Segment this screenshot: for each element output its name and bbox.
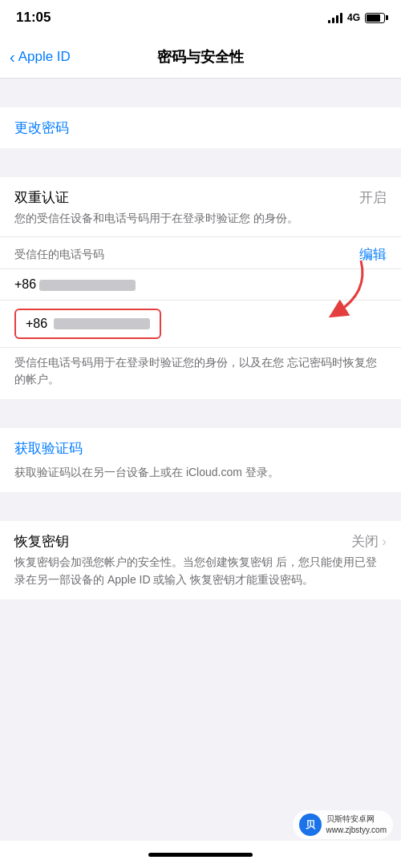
recovery-status-row: 关闭 ›	[351, 532, 387, 551]
watermark-text: 贝斯特安卓网www.zjbstyy.com	[326, 813, 387, 836]
nav-bar: ‹ Apple ID 密码与安全性	[0, 35, 401, 79]
change-password-label: 更改密码	[14, 120, 69, 135]
two-factor-header: 双重认证 开启	[0, 177, 401, 210]
signal-icon	[328, 12, 342, 23]
recovery-key-title: 恢复密钥	[14, 532, 69, 551]
recovery-key-section: 恢复密钥 关闭 › 恢复密钥会加强您帐户的安全性。当您创建恢复密钥 后，您只能使…	[0, 521, 401, 600]
get-verification-header[interactable]: 获取验证码	[0, 428, 401, 461]
watermark: 贝 贝斯特安卓网www.zjbstyy.com	[293, 810, 393, 839]
phone-number-blur-2	[54, 318, 150, 329]
status-time: 11:05	[16, 10, 51, 26]
change-password-section: 更改密码	[0, 107, 401, 148]
back-button[interactable]: ‹ Apple ID	[10, 49, 71, 65]
chevron-left-icon: ‹	[10, 49, 15, 65]
phone-number-1: +86	[14, 277, 136, 291]
back-label: Apple ID	[18, 49, 71, 65]
page-title: 密码与安全性	[157, 47, 244, 67]
phone-number-2: +86	[26, 317, 47, 331]
two-factor-section: 双重认证 开启 您的受信任设备和电话号码用于在登录时验证您 的身份。 受信任的电…	[0, 177, 401, 399]
change-password-row[interactable]: 更改密码	[0, 107, 401, 148]
phone-footer-text: 受信任电话号码用于在登录时验证您的身份，以及在您 忘记密码时恢复您的帐户。	[0, 347, 401, 399]
phone-number-row-2: +86	[0, 300, 401, 347]
home-indicator	[148, 853, 253, 857]
get-verification-description: 获取验证码以在另一台设备上或在 iCloud.com 登录。	[0, 461, 401, 492]
content: 更改密码 双重认证 开启 您的受信任设备和电话号码用于在登录时验证您 的身份。 …	[0, 79, 401, 664]
get-verification-title: 获取验证码	[14, 441, 83, 456]
recovery-key-header[interactable]: 恢复密钥 关闭 ›	[0, 521, 401, 554]
bottom-bar	[0, 841, 401, 868]
battery-icon	[365, 13, 385, 23]
get-verification-section: 获取验证码 获取验证码以在另一台设备上或在 iCloud.com 登录。	[0, 428, 401, 492]
recovery-key-description: 恢复密钥会加强您帐户的安全性。当您创建恢复密钥 后，您只能使用已登录在另一部设备…	[0, 554, 401, 600]
phone-number-box-highlighted: +86	[14, 309, 161, 339]
phone-number-blur-1	[39, 280, 136, 291]
trusted-phone-label: 受信任的电话号码	[14, 248, 104, 262]
red-arrow-icon	[305, 252, 377, 325]
chevron-right-icon: ›	[382, 534, 387, 550]
watermark-logo: 贝	[299, 813, 322, 836]
two-factor-description: 您的受信任设备和电话号码用于在登录时验证您 的身份。	[0, 210, 401, 236]
recovery-key-status: 关闭	[351, 532, 379, 551]
status-bar: 11:05 4G	[0, 0, 401, 35]
two-factor-title: 双重认证	[14, 188, 69, 207]
status-icons: 4G	[328, 12, 385, 23]
network-type: 4G	[347, 12, 360, 23]
two-factor-status: 开启	[359, 188, 387, 207]
